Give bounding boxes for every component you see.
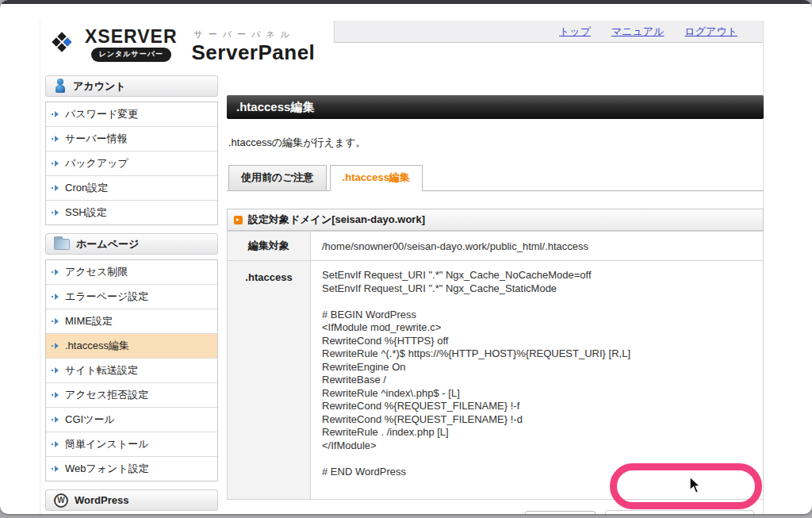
sidebar-section-wordpress: WordPress (45, 489, 218, 511)
target-domain-header: 設定対象ドメイン[seisan-dayo.work] (227, 209, 764, 231)
person-icon (54, 79, 67, 94)
mouse-cursor (688, 476, 705, 498)
sidebar-item-backup[interactable]: バックアップ (46, 152, 217, 176)
arrow-icon (51, 293, 61, 301)
sidebar-item-mime[interactable]: MIME設定 (46, 309, 217, 334)
sidebar-item-access-restriction[interactable]: アクセス制限 (46, 260, 217, 285)
section-title: WordPress (75, 494, 128, 506)
sidebar: アカウント パスワード変更 サーバー情報 バックアップ Cron設定 S (45, 75, 218, 514)
page-title: ServerPanel (192, 40, 316, 64)
wordpress-icon (54, 493, 68, 508)
sidebar-item-error-page[interactable]: エラーページ設定 (46, 285, 217, 309)
sidebar-item-cron[interactable]: Cron設定 (46, 176, 217, 201)
arrow-icon (51, 135, 61, 143)
arrow-icon (51, 342, 61, 350)
sidebar-item-site-redirect[interactable]: サイト転送設定 (46, 359, 217, 383)
arrow-icon (51, 209, 61, 217)
target-domain-title: 設定対象ドメイン[seisan-dayo.work] (248, 213, 425, 227)
sidebar-section-account: アカウント (45, 75, 218, 97)
cancel-button[interactable]: キャンセル (525, 511, 596, 514)
manual-link[interactable]: マニュアル (611, 25, 665, 39)
htaccess-code: SetEnvIf Request_URI ".*" Ngx_Cache_NoCa… (322, 269, 752, 478)
table-row-htaccess: .htaccess SetEnvIf Request_URI ".*" Ngx_… (228, 261, 764, 500)
sidebar-item-easy-install[interactable]: 簡単インストール (46, 432, 217, 457)
arrow-icon (51, 440, 61, 448)
htaccess-edit-table: 編集対象 /home/snowner00/seisan-dayo.work/pu… (227, 231, 764, 500)
section-title: アカウント (73, 79, 126, 94)
panel-title-block: サーバーパネル ServerPanel (192, 29, 316, 64)
sidebar-item-ssh[interactable]: SSH設定 (46, 201, 217, 224)
sidebar-item-cgi-tools[interactable]: CGIツール (46, 408, 217, 432)
panel-subtitle: サーバーパネル (194, 29, 316, 40)
button-row: キャンセル .htaccessを編集する（確定） (227, 510, 764, 514)
htaccess-label: .htaccess (228, 261, 311, 500)
tab-bar: 使用前のご注意 .htaccess編集 (227, 165, 764, 191)
sidebar-item-password-change[interactable]: パスワード変更 (46, 102, 217, 127)
table-row-edit-target: 編集対象 /home/snowner00/seisan-dayo.work/pu… (228, 232, 764, 261)
confirm-edit-button[interactable]: .htaccessを編集する（確定） (605, 510, 754, 514)
sidebar-item-web-font[interactable]: Webフォント設定 (46, 457, 217, 481)
arrow-icon (51, 184, 61, 192)
content-title-bar: .htaccess編集 (227, 95, 764, 119)
sidebar-section-homepage: ホームページ (45, 233, 218, 255)
content-description: .htaccessの編集が行えます。 (228, 136, 764, 150)
brand-name: XSERVER (85, 27, 178, 46)
logout-link[interactable]: ログアウト (684, 25, 737, 39)
brand-badge: レンタルサーバー (91, 48, 171, 62)
orange-bullet-icon (234, 216, 243, 224)
xserver-diamond-icon (53, 33, 71, 51)
brand-block: XSERVER レンタルサーバー (85, 27, 178, 62)
sidebar-item-server-info[interactable]: サーバー情報 (46, 127, 217, 152)
browser-window: XSERVER レンタルサーバー サーバーパネル ServerPanel トップ… (0, 0, 812, 514)
site-header: XSERVER レンタルサーバー サーバーパネル ServerPanel トップ… (40, 21, 763, 75)
folder-icon (54, 239, 70, 250)
sidebar-list-homepage: アクセス制限 エラーページ設定 MIME設定 .htaccess編集 サイト転送… (45, 259, 218, 482)
sidebar-item-access-deny[interactable]: アクセス拒否設定 (46, 383, 217, 408)
arrow-icon (51, 416, 61, 424)
arrow-icon (51, 391, 61, 399)
edit-target-label: 編集対象 (228, 232, 311, 261)
top-link[interactable]: トップ (559, 25, 591, 39)
htaccess-content-cell: SetEnvIf Request_URI ".*" Ngx_Cache_NoCa… (311, 261, 764, 500)
arrow-icon (51, 159, 61, 167)
main-content: .htaccess編集 .htaccessの編集が行えます。 使用前のご注意 .… (227, 95, 764, 514)
tab-htaccess-edit[interactable]: .htaccess編集 (330, 165, 423, 191)
section-title: ホームページ (76, 237, 139, 251)
tab-precautions[interactable]: 使用前のご注意 (228, 165, 327, 191)
edit-target-path: /home/snowner00/seisan-dayo.work/public_… (311, 232, 764, 261)
arrow-icon (51, 317, 61, 325)
server-panel-page: XSERVER レンタルサーバー サーバーパネル ServerPanel トップ… (40, 21, 764, 514)
sidebar-list-account: パスワード変更 サーバー情報 バックアップ Cron設定 SSH設定 (45, 102, 218, 225)
arrow-icon (51, 465, 61, 473)
sidebar-item-htaccess-edit[interactable]: .htaccess編集 (46, 334, 217, 359)
top-nav: トップ マニュアル ログアウト (334, 21, 763, 43)
arrow-icon (51, 110, 61, 118)
arrow-icon (51, 366, 61, 374)
arrow-icon (51, 268, 61, 276)
xserver-logo: XSERVER レンタルサーバー サーバーパネル ServerPanel (53, 27, 315, 64)
window-top-edge (0, 0, 812, 4)
